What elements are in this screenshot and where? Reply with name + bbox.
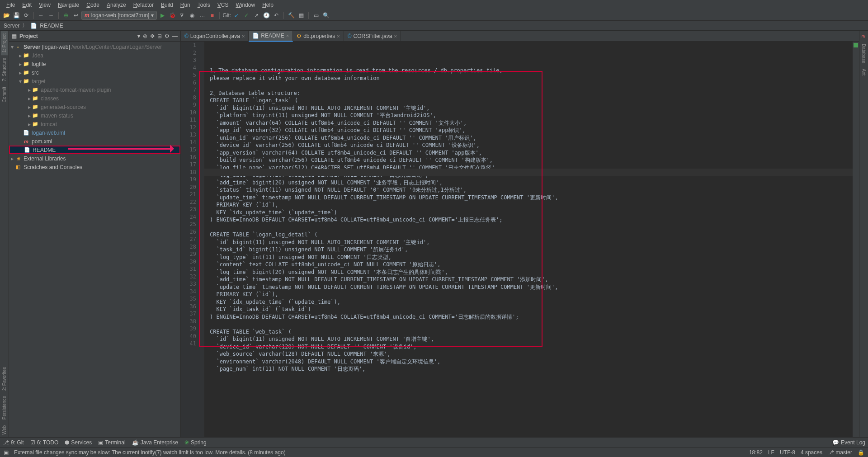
code-line[interactable]: `update_time` timestamp NOT NULL DEFAULT… xyxy=(210,194,853,202)
open-icon[interactable]: 📂 xyxy=(2,11,11,20)
menu-navigate[interactable]: Navigate xyxy=(54,1,83,9)
stop-icon[interactable]: ■ xyxy=(208,11,217,20)
structure-icon[interactable]: ▦ xyxy=(297,11,306,20)
menu-code[interactable]: Code xyxy=(83,1,103,9)
save-icon[interactable]: 💾 xyxy=(12,11,21,20)
search-icon[interactable]: 🔍 xyxy=(321,11,330,20)
tool-database[interactable]: Database xyxy=(860,41,867,66)
run-config-selector[interactable]: m logan-web [tomcat7:run] ▾ xyxy=(81,11,157,20)
profile-icon[interactable]: ◉ xyxy=(188,11,197,20)
menu-view[interactable]: View xyxy=(35,1,54,9)
menu-tools[interactable]: Tools xyxy=(194,1,214,9)
code-line[interactable]: CREATE TABLE `logan_log_detail` ( xyxy=(210,231,853,239)
locate-icon[interactable]: ⊚ xyxy=(143,33,147,39)
arrow-icon[interactable]: ▸ xyxy=(27,104,32,110)
run-icon[interactable]: ▶ xyxy=(158,11,167,20)
tool-favorites[interactable]: 2: Favorites xyxy=(1,364,8,393)
code-line[interactable]: `build_version` varchar(256) COLLATE utf… xyxy=(210,156,853,164)
breadcrumb-root[interactable]: Server xyxy=(4,23,19,29)
indent[interactable]: 4 spaces xyxy=(801,449,822,456)
arrow-icon[interactable]: ▸ xyxy=(27,95,32,102)
editor-body[interactable]: 1234567891011121314151617181920212223242… xyxy=(181,42,859,437)
debug-icon[interactable]: 🐞 xyxy=(168,11,177,20)
code-line[interactable]: `web_source` varchar(128) DEFAULT NULL C… xyxy=(210,350,853,358)
tool-structure[interactable]: 7: Structure xyxy=(1,55,8,84)
menu-run[interactable]: Run xyxy=(177,1,194,9)
vcs-push-icon[interactable]: ↗ xyxy=(252,11,261,20)
code-line[interactable]: `page_num` int(11) NOT NULL COMMENT '日志页… xyxy=(210,365,853,373)
code-line[interactable]: `status` tinyint(11) unsigned NOT NULL D… xyxy=(210,186,853,194)
code-line[interactable]: `task_id` bigint(11) unsigned NOT NULL C… xyxy=(210,246,853,254)
lock-icon[interactable]: 🔒 xyxy=(858,449,864,456)
tree-pom[interactable]: m pom.xml xyxy=(9,137,180,146)
code-line[interactable]: `id` bigint(11) unsigned NOT NULL AUTO_I… xyxy=(210,335,853,343)
arrow-icon[interactable]: ▸ xyxy=(18,70,23,76)
tree-root[interactable]: ▾ ▪ Server [logan-web] /work/LogCenter/L… xyxy=(9,42,180,51)
tab-readme[interactable]: 📄 README × xyxy=(249,31,293,42)
tree-iml[interactable]: 📄 logan-web.iml xyxy=(9,128,180,137)
tree-readme[interactable]: 📄 README xyxy=(9,146,180,154)
code-line[interactable] xyxy=(210,82,853,90)
vcs-update-icon[interactable]: ↙ xyxy=(232,11,241,20)
menu-file[interactable]: File xyxy=(3,1,19,9)
code-line[interactable]: `id` bigint(11) unsigned NOT NULL AUTO_I… xyxy=(210,239,853,246)
code-line[interactable]: `environment` varchar(2048) DEFAULT NULL… xyxy=(210,358,853,366)
tree-target-child[interactable]: ▸ 📁 apache-tomcat-maven-plugin xyxy=(9,85,180,94)
tab-todo[interactable]: ☑6: TODO xyxy=(30,439,59,446)
tab-spring[interactable]: ❀Spring xyxy=(184,439,207,446)
code-line[interactable]: ) ENGINE=InnoDB DEFAULT CHARSET=utf8mb4 … xyxy=(210,313,853,321)
menu-analyze[interactable]: Analyze xyxy=(103,1,130,9)
git-branch[interactable]: ⎇ master xyxy=(828,449,852,456)
arrow-icon[interactable]: ▸ xyxy=(10,155,14,162)
tab-java-ee[interactable]: ☕Java Enterprise xyxy=(132,439,178,446)
arrow-icon[interactable]: ▸ xyxy=(27,113,32,119)
attach-icon[interactable]: … xyxy=(198,11,207,20)
tab-git[interactable]: ⎇9: Git xyxy=(3,439,24,446)
code-line[interactable]: `add_time` bigint(20) unsigned NOT NULL … xyxy=(210,179,853,187)
code-line[interactable]: CREATE TABLE `web_task` ( xyxy=(210,328,853,336)
arrow-icon[interactable]: ▸ xyxy=(27,87,32,93)
tab-db-properties[interactable]: ⚙ db.properties × xyxy=(293,31,344,42)
vcs-commit-icon[interactable]: ✓ xyxy=(242,11,251,20)
tool-commit[interactable]: Commit xyxy=(1,84,8,105)
tool-ant[interactable]: Ant xyxy=(860,66,867,78)
event-log[interactable]: 💬Event Log xyxy=(832,439,865,446)
code-line[interactable]: please replace it with your own database… xyxy=(210,75,853,82)
tree-idea[interactable]: ▸ 📁 .idea xyxy=(9,51,180,60)
emulator-icon[interactable]: ▭ xyxy=(311,11,321,20)
tree-target-child[interactable]: ▸ 📁 generated-sources xyxy=(9,103,180,111)
code-line[interactable]: CREATE TABLE `logan_task` ( xyxy=(210,97,853,104)
tree-target-child[interactable]: ▸ 📁 maven-status xyxy=(9,111,180,120)
scrollbar[interactable] xyxy=(853,42,859,437)
back-icon[interactable]: ← xyxy=(37,11,46,20)
code-line[interactable]: `union_id` varchar(256) COLLATE utf8mb4_… xyxy=(210,134,853,142)
sync-icon[interactable]: ⟳ xyxy=(22,11,31,20)
tree-target-child[interactable]: ▸ 📁 tomcat xyxy=(9,120,180,128)
tool-persistence[interactable]: Persistence xyxy=(1,393,8,422)
code-line[interactable]: `device_id` varchar(128) NOT NULL DEFAUL… xyxy=(210,343,853,351)
hide-icon[interactable]: — xyxy=(172,33,178,39)
tree-src[interactable]: ▸ 📁 src xyxy=(9,68,180,77)
tree-logfile[interactable]: ▸ 📁 logfile xyxy=(9,60,180,68)
code-line[interactable]: `id` bigint(11) unsigned NOT NULL AUTO_I… xyxy=(210,104,853,112)
tree-target-child[interactable]: ▸ 📁 classes xyxy=(9,94,180,103)
tool-web[interactable]: Web xyxy=(1,423,8,437)
tab-logan-controller[interactable]: © LoganController.java × xyxy=(181,31,249,42)
code-area[interactable]: 1、The database configuration information… xyxy=(204,42,853,437)
code-line[interactable]: `log_time` bigint(20) unsigned NOT NULL … xyxy=(210,269,853,276)
code-line[interactable]: 2、Database table structure: xyxy=(210,90,853,97)
line-ending[interactable]: LF xyxy=(768,449,774,456)
code-line[interactable]: `update_time` timestamp NOT NULL DEFAULT… xyxy=(210,283,853,291)
code-line[interactable]: `device_id` varchar(256) COLLATE utf8mb4… xyxy=(210,141,853,149)
chevron-down-icon[interactable]: ▾ xyxy=(137,33,140,39)
cursor-position[interactable]: 18:82 xyxy=(749,449,763,456)
code-line[interactable]: KEY `idx_task_id` (`task_id`) xyxy=(210,306,853,313)
code-line[interactable]: PRIMARY KEY (`id`), xyxy=(210,291,853,298)
code-line[interactable]: `platform` tinyint(11) unsigned NOT NULL… xyxy=(210,112,853,119)
tab-services[interactable]: ⬢Services xyxy=(65,439,92,446)
menu-help[interactable]: Help xyxy=(259,1,277,9)
breadcrumb-file[interactable]: README xyxy=(40,23,63,29)
close-icon[interactable]: × xyxy=(242,33,245,39)
code-line[interactable] xyxy=(210,320,853,328)
menu-build[interactable]: Build xyxy=(157,1,177,9)
